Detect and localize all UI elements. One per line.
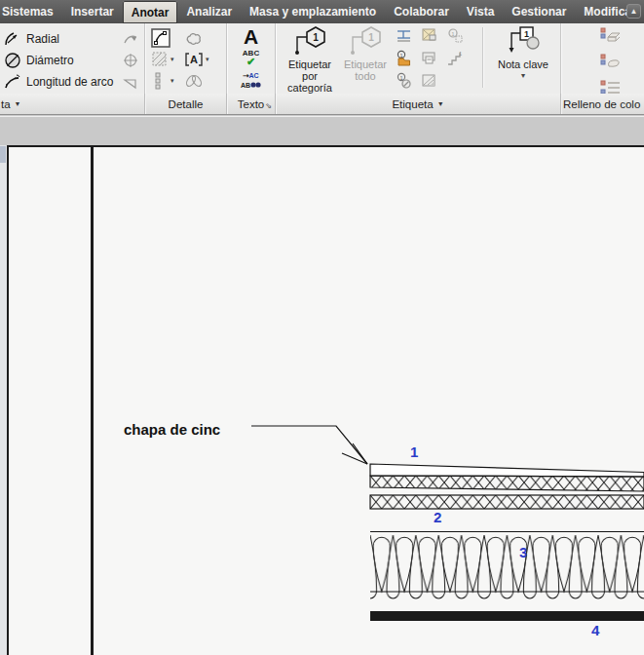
diameter-dimension-button[interactable]: Diámetro	[4, 51, 74, 70]
layer-label-3[interactable]: 3	[519, 544, 527, 560]
caption-etiqueta-label: Etiqueta	[392, 98, 433, 110]
pipe-legend-button[interactable]	[600, 54, 622, 73]
filled-region-dropdown[interactable]: ▾	[170, 56, 174, 63]
caption-texto-label: Texto	[238, 98, 265, 110]
detail-component-button[interactable]: A ▾	[184, 51, 223, 68]
layer-label-2[interactable]: 2	[434, 509, 441, 525]
binoculars-icon	[250, 81, 261, 88]
layer-board[interactable]	[370, 495, 644, 509]
tab-gestionar[interactable]: Gestionar	[503, 0, 575, 23]
beam-annotation-button[interactable]	[396, 27, 412, 48]
leader-line	[251, 426, 367, 464]
tab-masa-y-emplazamiento[interactable]: Masa y emplazamiento	[241, 0, 385, 23]
radial-dimension-icon	[4, 30, 21, 48]
tag-by-category-label-2: categoría	[280, 82, 340, 94]
diameter-label: Diámetro	[26, 54, 74, 67]
revision-cloud-button[interactable]	[184, 29, 223, 47]
repeating-detail-button[interactable]: ▾	[151, 71, 184, 91]
ribbon-minimize-button[interactable]: ▲	[626, 4, 641, 19]
tab-anotar[interactable]: Anotar	[123, 1, 178, 23]
caption-cota-dropdown-icon: ▼	[15, 100, 21, 107]
svg-text:1: 1	[524, 29, 529, 39]
multi-category-tag-button[interactable]	[421, 27, 437, 48]
panel-texto: A ABC ✔ ⇢AC AB	[227, 23, 276, 94]
caption-etiqueta-dropdown-icon: ▼	[437, 100, 444, 107]
svg-text:1: 1	[399, 75, 402, 81]
pipe-legend-icon	[600, 54, 622, 69]
keynote-button[interactable]: 1 Nota clave ▼	[492, 25, 554, 82]
insulation-icon	[184, 72, 206, 90]
tab-analizar[interactable]: Analizar	[177, 0, 241, 23]
tag-by-category-button[interactable]: 1 Etiquetar por categoría	[280, 25, 340, 94]
tag-all-button[interactable]: 1 Etiquetar todo	[342, 25, 389, 82]
tab-insertar[interactable]: Insertar	[62, 0, 123, 23]
layer-label-4[interactable]: 4	[591, 622, 599, 638]
tag-all-icon: 1	[345, 25, 386, 57]
tag-all-label-1: Etiquetar	[344, 58, 387, 70]
tab-vista[interactable]: Vista	[458, 0, 503, 23]
radial-ghost-button[interactable]	[121, 30, 140, 48]
filled-region-icon	[151, 51, 169, 68]
diameter-ghost-icon	[123, 53, 138, 68]
stair-tread-number-button[interactable]: 1	[446, 50, 464, 70]
tab-sistemas[interactable]: Sistemas	[0, 0, 62, 23]
space-tag-button[interactable]: 1	[396, 72, 412, 93]
filled-region-button[interactable]: ▾	[151, 51, 184, 68]
svg-text:1: 1	[368, 32, 374, 43]
drawing-area[interactable]: chapa de cinc 1 2 3 4	[0, 145, 644, 655]
keynote-label: Nota clave	[498, 58, 549, 70]
find-to-label: AC	[248, 72, 258, 79]
ribbon: Radial Diámetro Longitud de arco	[0, 23, 644, 94]
revision-cloud-icon	[184, 29, 204, 47]
detail-drawing	[0, 145, 644, 655]
repeating-detail-icon	[151, 71, 169, 91]
area-tag-icon: 1	[396, 50, 412, 66]
material-tag-icon: 1	[447, 27, 464, 44]
view-reference-button[interactable]	[421, 50, 437, 70]
caption-cota[interactable]: ta ▼	[0, 94, 145, 114]
tread-annotation-button[interactable]	[421, 72, 437, 93]
detail-line-button[interactable]	[151, 28, 184, 48]
radial-ghost-icon	[123, 32, 138, 46]
layer-membrane[interactable]	[370, 611, 644, 621]
caption-texto[interactable]: Texto ⇘	[227, 94, 276, 114]
caption-relleno[interactable]: Relleno de colo	[561, 94, 644, 114]
tab-colaborar[interactable]: Colaborar	[385, 0, 458, 23]
arc-length-label: Longitud de arco	[26, 75, 113, 89]
detail-component-icon: A	[184, 51, 204, 68]
diameter-dimension-icon	[4, 52, 21, 69]
tag-by-category-label-1: Etiquetar por	[280, 58, 340, 82]
stair-tread-number-icon: 1	[446, 50, 464, 66]
panel-detalle: ▾ A ▾ ▾	[145, 23, 227, 94]
texto-dialog-launcher-icon[interactable]: ⇘	[265, 101, 272, 110]
layer-deck-tapered[interactable]	[370, 476, 644, 491]
arc-length-dimension-button[interactable]: Longitud de arco	[4, 72, 113, 92]
checkmark-icon: ✔	[243, 58, 259, 66]
radial-label: Radial	[26, 32, 59, 46]
arc-length-ghost-icon	[123, 77, 138, 90]
repeating-detail-dropdown[interactable]: ▾	[170, 77, 174, 85]
text-annotation[interactable]: chapa de cinc	[124, 421, 220, 438]
panel-relleno-de-color	[561, 23, 644, 94]
layer-label-1[interactable]: 1	[410, 443, 418, 460]
caption-etiqueta[interactable]: Etiqueta ▼	[276, 94, 561, 114]
layer-zinc-sheet[interactable]	[370, 464, 644, 477]
text-button[interactable]: A	[244, 26, 258, 48]
arc-length-ghost-button[interactable]	[121, 74, 140, 92]
caption-cota-label: ta	[1, 98, 11, 110]
diameter-ghost-button[interactable]	[121, 52, 140, 69]
keynote-dropdown[interactable]: ▼	[498, 70, 549, 82]
area-tag-button[interactable]: 1	[396, 50, 412, 70]
radial-dimension-button[interactable]: Radial	[4, 29, 59, 49]
duct-legend-button[interactable]	[600, 27, 622, 47]
insulation-button[interactable]	[184, 72, 223, 90]
find-replace-button[interactable]: ⇢AC AB	[241, 69, 261, 89]
caption-detalle[interactable]: Detalle	[145, 94, 227, 114]
space-tag-icon: 1	[396, 72, 412, 89]
svg-text:A: A	[190, 54, 198, 65]
detail-component-dropdown[interactable]: ▾	[206, 56, 209, 63]
material-tag-button[interactable]: 1	[447, 27, 464, 48]
find-ab-label: AB	[241, 82, 250, 89]
spell-check-button[interactable]: ABC ✔	[243, 50, 259, 66]
layer-insulation[interactable]	[370, 532, 644, 607]
